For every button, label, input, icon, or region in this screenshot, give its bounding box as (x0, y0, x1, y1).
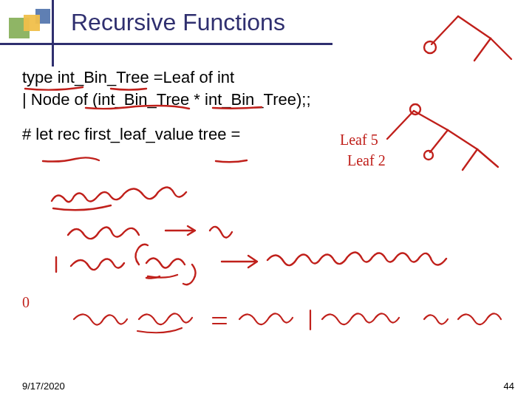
code-line-1: type int_Bin_Tree =Leaf of int (22, 66, 517, 89)
svg-point-0 (424, 41, 436, 53)
ink-label-zero: 0 (22, 294, 30, 310)
slide-body: type int_Bin_Tree =Leaf of int | Node of… (22, 66, 517, 159)
decor-square-yellow (24, 15, 40, 31)
horizontal-rule (0, 43, 332, 45)
vertical-rule (52, 0, 54, 66)
footer-date: 9/17/2020 (22, 381, 65, 392)
slide-title: Recursive Functions (71, 9, 285, 36)
footer-page-number: 44 (504, 381, 514, 392)
slide-corner-decoration (9, 9, 53, 46)
code-line-2: | Node of (int_Bin_Tree * int_Bin_Tree);… (22, 89, 517, 111)
ink-annotations: Leaf 5 Leaf 2 0 (0, 0, 532, 399)
code-line-3: # let rec first_leaf_value tree = (22, 123, 517, 146)
